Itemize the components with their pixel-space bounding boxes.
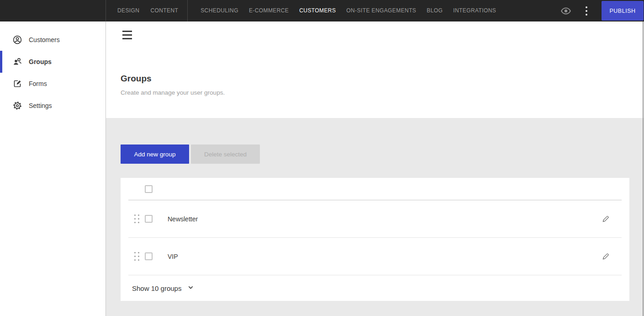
main-area: Groups Create and manage your user group… xyxy=(106,21,644,316)
hamburger-menu-icon[interactable] xyxy=(122,31,132,39)
sidebar: Customers Groups Forms xyxy=(0,21,106,316)
sidebar-item-groups[interactable]: Groups xyxy=(0,51,106,73)
sidebar-item-label: Settings xyxy=(29,102,52,109)
add-new-group-button[interactable]: Add new group xyxy=(121,145,189,164)
nav-divider xyxy=(106,0,106,21)
gear-icon xyxy=(13,101,22,110)
nav-item-blog[interactable]: BLOG xyxy=(427,0,443,21)
kebab-menu-icon[interactable] xyxy=(582,5,591,16)
show-groups-dropdown[interactable]: Show 10 groups xyxy=(121,275,629,301)
select-all-checkbox[interactable] xyxy=(145,185,153,193)
nav-item-scheduling[interactable]: SCHEDULING xyxy=(201,0,238,21)
edit-pencil-icon[interactable] xyxy=(601,252,610,261)
nav-item-ecommerce[interactable]: E-COMMERCE xyxy=(249,0,289,21)
nav-group-site: DESIGN CONTENT xyxy=(117,0,178,21)
nav-item-onsite-engagements[interactable]: ON-SITE ENGAGEMENTS xyxy=(346,0,416,21)
nav-divider xyxy=(187,0,188,21)
table-row: VIP xyxy=(121,238,629,275)
group-icon xyxy=(13,57,22,66)
preview-eye-icon[interactable] xyxy=(560,5,571,16)
top-navbar: DESIGN CONTENT SCHEDULING E-COMMERCE CUS… xyxy=(0,0,644,21)
edit-pencil-icon[interactable] xyxy=(601,214,610,224)
delete-selected-button[interactable]: Delete selected xyxy=(191,145,260,164)
drag-handle-icon[interactable] xyxy=(134,214,139,223)
sidebar-item-label: Forms xyxy=(29,80,47,87)
app-body: Customers Groups Forms xyxy=(0,21,644,316)
nav-item-integrations[interactable]: INTEGRATIONS xyxy=(453,0,496,21)
content-area: Add new group Delete selected Newsletter xyxy=(106,118,644,316)
toolbar: Add new group Delete selected xyxy=(121,145,629,164)
row-checkbox[interactable] xyxy=(145,252,153,260)
nav-item-design[interactable]: DESIGN xyxy=(117,0,139,21)
drag-handle-icon[interactable] xyxy=(134,252,139,261)
nav-item-content[interactable]: CONTENT xyxy=(150,0,178,21)
groups-table: Newsletter VIP xyxy=(121,178,629,301)
nav-item-customers[interactable]: CUSTOMERS xyxy=(299,0,336,21)
nav-right-cluster: PUBLISH xyxy=(560,1,644,21)
nav-group-modules: SCHEDULING E-COMMERCE CUSTOMERS ON-SITE … xyxy=(201,0,496,21)
row-checkbox[interactable] xyxy=(145,215,153,223)
sidebar-item-customers[interactable]: Customers xyxy=(0,29,106,51)
group-name: VIP xyxy=(168,253,178,260)
publish-button[interactable]: PUBLISH xyxy=(602,1,644,21)
sidebar-item-settings[interactable]: Settings xyxy=(0,95,106,117)
chevron-down-icon xyxy=(187,284,194,293)
page-title: Groups xyxy=(121,74,152,84)
person-circle-icon xyxy=(13,35,22,44)
form-edit-icon xyxy=(13,79,22,88)
show-groups-label: Show 10 groups xyxy=(132,284,181,292)
vertical-scrollbar[interactable] xyxy=(643,21,644,316)
table-header-row xyxy=(121,178,629,200)
page-header: Groups Create and manage your user group… xyxy=(106,21,644,118)
sidebar-item-label: Groups xyxy=(29,58,52,65)
group-name: Newsletter xyxy=(168,215,198,223)
sidebar-item-forms[interactable]: Forms xyxy=(0,73,106,95)
page-subtitle: Create and manage your user groups. xyxy=(121,89,225,96)
sidebar-item-label: Customers xyxy=(29,36,60,43)
table-row: Newsletter xyxy=(121,200,629,237)
